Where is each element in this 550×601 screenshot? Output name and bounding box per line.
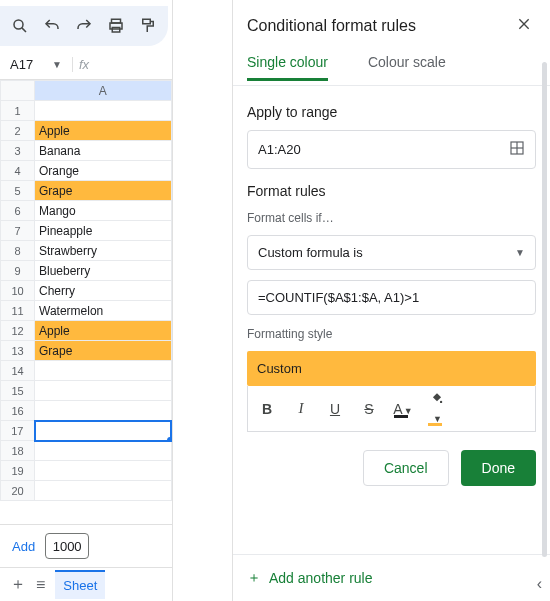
row-header[interactable]: 20: [1, 481, 35, 501]
add-sheet-icon[interactable]: ＋: [10, 574, 26, 595]
cell[interactable]: [35, 481, 172, 501]
cell[interactable]: Blueberry: [35, 261, 172, 281]
italic-button[interactable]: I: [290, 400, 312, 417]
col-header-A[interactable]: A: [35, 81, 172, 101]
row-header[interactable]: 6: [1, 201, 35, 221]
toolbar: [0, 6, 168, 46]
cell[interactable]: Banana: [35, 141, 172, 161]
cell[interactable]: Apple: [35, 321, 172, 341]
all-sheets-icon[interactable]: ≡: [36, 576, 45, 594]
row-header[interactable]: 7: [1, 221, 35, 241]
add-another-rule-label: Add another rule: [269, 570, 373, 586]
formula-input[interactable]: =COUNTIF($A$1:$A, A1)>1: [247, 280, 536, 315]
name-box[interactable]: A17 ▼: [6, 55, 66, 74]
cell[interactable]: Mango: [35, 201, 172, 221]
row-header[interactable]: 16: [1, 401, 35, 421]
panel-tabs: Single colour Colour scale: [233, 48, 550, 86]
bold-button[interactable]: B: [256, 401, 278, 417]
cell[interactable]: Orange: [35, 161, 172, 181]
row-header[interactable]: 12: [1, 321, 35, 341]
row-header[interactable]: 8: [1, 241, 35, 261]
cell[interactable]: [35, 101, 172, 121]
chevron-down-icon: ▼: [515, 247, 525, 258]
panel-header: Conditional format rules: [233, 0, 550, 48]
redo-icon[interactable]: [70, 12, 98, 40]
cell[interactable]: [35, 361, 172, 381]
row-header[interactable]: 18: [1, 441, 35, 461]
namebox-row: A17 ▼ fx: [0, 50, 172, 80]
formula-value: =COUNTIF($A$1:$A, A1)>1: [258, 290, 419, 305]
add-another-rule[interactable]: ＋ Add another rule: [233, 554, 550, 601]
row-header[interactable]: 4: [1, 161, 35, 181]
panel-actions: Cancel Done: [247, 450, 536, 486]
tab-colour-scale[interactable]: Colour scale: [368, 48, 446, 81]
cell[interactable]: Watermelon: [35, 301, 172, 321]
cell[interactable]: Grape: [35, 341, 172, 361]
style-toolbar: B I U S A▼ ▼: [247, 386, 536, 432]
row-header[interactable]: 14: [1, 361, 35, 381]
underline-button[interactable]: U: [324, 401, 346, 417]
select-range-icon[interactable]: [509, 140, 525, 159]
condition-select[interactable]: Custom formula is ▼: [247, 235, 536, 270]
cell[interactable]: Cherry: [35, 281, 172, 301]
cell[interactable]: Pineapple: [35, 221, 172, 241]
row-header[interactable]: 10: [1, 281, 35, 301]
cell[interactable]: Strawberry: [35, 241, 172, 261]
tab-single-colour[interactable]: Single colour: [247, 48, 328, 81]
row-header[interactable]: 11: [1, 301, 35, 321]
strikethrough-button[interactable]: S: [358, 401, 380, 417]
spreadsheet-area: A17 ▼ fx A 12Apple3Banana4Orange5Grape6M…: [0, 0, 173, 601]
row-header[interactable]: 3: [1, 141, 35, 161]
sheet-tab[interactable]: Sheet: [55, 570, 105, 599]
corner-header[interactable]: [1, 81, 35, 101]
condition-value: Custom formula is: [258, 245, 363, 260]
cancel-button[interactable]: Cancel: [363, 450, 449, 486]
format-cells-if-label: Format cells if…: [247, 211, 536, 225]
add-rows-count[interactable]: 1000: [45, 533, 89, 559]
fill-color-button[interactable]: ▼: [426, 392, 448, 425]
cell[interactable]: [35, 441, 172, 461]
add-rows-bar: Add 1000: [0, 524, 172, 567]
style-preview[interactable]: Custom: [247, 351, 536, 386]
cell[interactable]: Apple: [35, 121, 172, 141]
formula-bar-fx: fx: [72, 57, 89, 72]
format-rules-label: Format rules: [247, 183, 536, 199]
row-header[interactable]: 9: [1, 261, 35, 281]
svg-point-0: [14, 20, 23, 29]
row-header[interactable]: 1: [1, 101, 35, 121]
row-header[interactable]: 13: [1, 341, 35, 361]
row-header[interactable]: 19: [1, 461, 35, 481]
cell[interactable]: [35, 381, 172, 401]
row-header[interactable]: 2: [1, 121, 35, 141]
row-header[interactable]: 17: [1, 421, 35, 441]
search-icon[interactable]: [6, 12, 34, 40]
name-box-value: A17: [10, 57, 33, 72]
sheet-tab-bar: ＋ ≡ Sheet: [0, 567, 172, 601]
panel-body: Apply to range A1:A20 Format rules Forma…: [233, 86, 550, 554]
print-icon[interactable]: [102, 12, 130, 40]
scrollbar[interactable]: [542, 62, 547, 557]
row-header[interactable]: 15: [1, 381, 35, 401]
range-input[interactable]: A1:A20: [247, 130, 536, 169]
svg-point-11: [440, 401, 442, 403]
range-value: A1:A20: [258, 142, 301, 157]
chevron-down-icon: ▼: [52, 59, 62, 70]
cell[interactable]: [35, 461, 172, 481]
svg-rect-5: [143, 19, 151, 24]
cell[interactable]: [35, 421, 172, 441]
apply-range-label: Apply to range: [247, 104, 536, 120]
cell-grid[interactable]: A 12Apple3Banana4Orange5Grape6Mango7Pine…: [0, 80, 172, 524]
svg-line-1: [22, 28, 26, 32]
undo-icon[interactable]: [38, 12, 66, 40]
done-button[interactable]: Done: [461, 450, 536, 486]
cell[interactable]: Grape: [35, 181, 172, 201]
cell[interactable]: [35, 401, 172, 421]
chevron-left-icon[interactable]: ‹: [537, 575, 542, 593]
paint-format-icon[interactable]: [134, 12, 162, 40]
formatting-style-label: Formatting style: [247, 327, 536, 341]
conditional-format-panel: Conditional format rules Single colour C…: [232, 0, 550, 601]
add-rows-button[interactable]: Add: [12, 539, 35, 554]
row-header[interactable]: 5: [1, 181, 35, 201]
close-icon[interactable]: [516, 16, 532, 36]
text-color-button[interactable]: A▼: [392, 401, 414, 417]
